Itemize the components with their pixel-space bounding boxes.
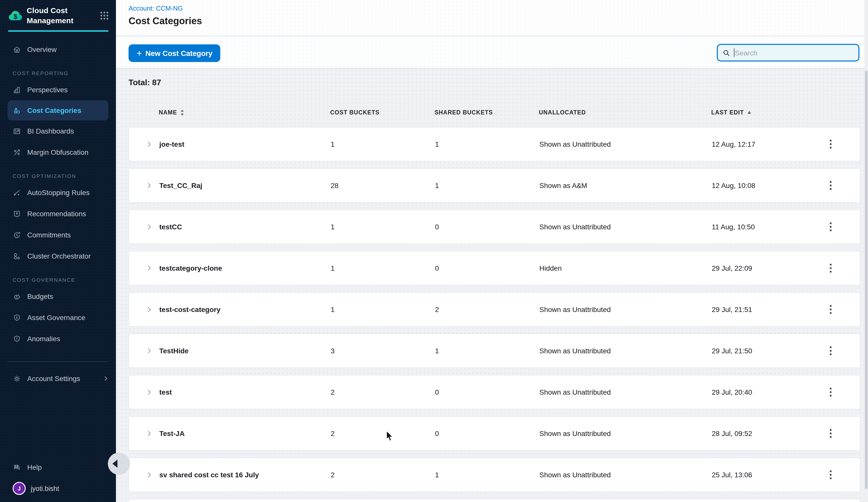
expand-chevron-icon[interactable] xyxy=(146,182,153,189)
percent-trend-icon xyxy=(13,148,21,157)
row-cost-buckets: 3 xyxy=(331,347,435,355)
sidebar-item-commitments[interactable]: Commitments xyxy=(0,224,116,245)
row-menu-kebab-icon[interactable] xyxy=(827,428,835,439)
expand-chevron-icon[interactable] xyxy=(146,430,153,437)
table-row[interactable]: testCC 1 0 Shown as Unattributed 11 Aug,… xyxy=(128,210,860,244)
row-shared-buckets: 0 xyxy=(435,429,539,438)
row-menu-kebab-icon[interactable] xyxy=(827,387,835,398)
section-label-cost-governance: COST GOVERNANCE xyxy=(0,266,116,286)
row-unallocated: Shown as Unattributed xyxy=(539,223,712,231)
sidebar-item-perspectives[interactable]: Perspectives xyxy=(0,79,116,100)
plus-icon: + xyxy=(137,49,142,58)
sort-ascending-icon[interactable] xyxy=(746,109,752,116)
row-last-edit: 29 Jul, 22:09 xyxy=(712,264,827,272)
main-area: Account: CCM-NG Cost Categories + New Co… xyxy=(116,0,868,502)
sidebar-item-autostopping-rules[interactable]: AutoStopping Rules xyxy=(0,182,116,203)
sidebar-nav: Overview COST REPORTING Perspectives Cos… xyxy=(0,32,116,502)
table-row[interactable]: Test_CC_Raj 28 1 Shown as A&M 12 Aug, 10… xyxy=(128,168,860,202)
expand-chevron-icon[interactable] xyxy=(146,265,153,272)
row-name: Test_CC_Raj xyxy=(159,181,331,189)
table-row[interactable]: test-cost-category 1 2 Shown as Unattrib… xyxy=(128,292,860,327)
sidebar-item-overview[interactable]: Overview xyxy=(0,39,116,60)
scrollbar-thumb[interactable] xyxy=(865,71,868,489)
row-last-edit: 29 Jul, 21:51 xyxy=(712,305,827,314)
expand-chevron-icon[interactable] xyxy=(146,306,153,313)
app-title: Cloud Cost Management xyxy=(27,6,73,25)
module-switcher-grid-icon[interactable] xyxy=(100,11,109,20)
dashboard-image-icon xyxy=(13,127,21,135)
expand-chevron-icon[interactable] xyxy=(146,223,153,230)
row-shared-buckets: 1 xyxy=(435,471,539,479)
sidebar-item-label: Account Settings xyxy=(27,375,80,383)
hexagons-gear-icon xyxy=(13,252,21,260)
svg-text:$: $ xyxy=(14,13,17,20)
sidebar-item-asset-governance[interactable]: $ Asset Governance xyxy=(0,307,116,328)
column-header-name[interactable]: NAME xyxy=(159,109,330,116)
table-row-partial[interactable] xyxy=(128,499,860,502)
expand-chevron-icon[interactable] xyxy=(146,347,153,354)
row-unallocated: Shown as A&M xyxy=(539,181,712,189)
row-cost-buckets: 2 xyxy=(331,471,435,479)
search-input[interactable] xyxy=(734,49,854,57)
row-menu-kebab-icon[interactable] xyxy=(827,263,835,274)
sidebar-item-account-settings[interactable]: Account Settings xyxy=(0,368,116,389)
ccm-cloud-logo-icon: $ xyxy=(8,8,25,23)
user-name: jyoti.bisht xyxy=(31,484,59,492)
table-row[interactable]: TestHide 3 1 Shown as Unattributed 29 Ju… xyxy=(128,334,860,368)
app-root: $ Cloud Cost Management Overview COST RE… xyxy=(0,0,868,502)
expand-chevron-icon[interactable] xyxy=(146,471,153,478)
row-name: test xyxy=(159,388,331,396)
sidebar-item-bi-dashboards[interactable]: BI Dashboards xyxy=(0,121,116,142)
row-last-edit: 29 Jul, 21:50 xyxy=(712,347,827,355)
row-menu-kebab-icon[interactable] xyxy=(827,180,835,191)
row-name: sv shared cost cc test 16 July xyxy=(159,471,331,479)
table-row[interactable]: test 2 0 Shown as Unattributed 29 Jul, 2… xyxy=(128,375,860,409)
vertical-scrollbar xyxy=(865,0,868,502)
table-row[interactable]: joe-test 1 1 Shown as Unattributed 12 Au… xyxy=(128,127,860,161)
row-unallocated: Shown as Unattributed xyxy=(539,388,712,396)
shield-dollar-icon: $ xyxy=(13,313,21,322)
row-last-edit: 28 Jul, 09:52 xyxy=(712,429,827,438)
row-shared-buckets: 2 xyxy=(435,305,539,314)
chevron-right-icon xyxy=(103,376,109,381)
row-menu-kebab-icon[interactable] xyxy=(827,139,835,150)
sidebar-item-margin-obfuscation[interactable]: Margin Obfuscation xyxy=(0,142,116,163)
new-cost-category-button-label: New Cost Category xyxy=(145,49,213,57)
sidebar-collapse-handle[interactable] xyxy=(108,453,130,475)
shapes-icon xyxy=(13,106,21,115)
row-menu-kebab-icon[interactable] xyxy=(827,469,835,480)
user-profile[interactable]: J jyoti.bisht xyxy=(0,478,116,499)
home-icon xyxy=(13,45,21,54)
piggy-bank-icon: $ xyxy=(13,292,21,301)
new-cost-category-button[interactable]: + New Cost Category xyxy=(128,44,220,62)
table-row[interactable]: testcategory-clone 1 0 Hidden 29 Jul, 22… xyxy=(128,251,860,285)
row-menu-kebab-icon[interactable] xyxy=(827,221,835,232)
row-menu-kebab-icon[interactable] xyxy=(827,304,835,315)
row-unallocated: Shown as Unattributed xyxy=(539,471,712,479)
column-header-last-edit[interactable]: LAST EDIT xyxy=(711,109,826,116)
module-accent-rule xyxy=(8,30,108,32)
column-header-cost-buckets: COST BUCKETS xyxy=(330,109,434,115)
sidebar-item-cluster-orchestrator[interactable]: Cluster Orchestrator xyxy=(0,245,116,266)
table-header: NAME COST BUCKETS SHARED BUCKETS UNALLOC… xyxy=(128,106,860,119)
table-row[interactable]: sv shared cost cc test 16 July 2 1 Shown… xyxy=(128,458,860,492)
sidebar-item-recommendations[interactable]: Recommendations xyxy=(0,203,116,224)
row-menu-kebab-icon[interactable] xyxy=(827,345,835,356)
table-row[interactable]: Test-JA 2 0 Shown as Unattributed 28 Jul… xyxy=(128,416,860,451)
sidebar-item-label: Anomalies xyxy=(27,335,60,343)
row-unallocated: Shown as Unattributed xyxy=(539,429,712,438)
sidebar-item-label: Help xyxy=(27,463,42,471)
row-last-edit: 11 Aug, 10:50 xyxy=(712,223,827,231)
sidebar-item-budgets[interactable]: $ Budgets xyxy=(0,286,116,307)
sort-both-icon[interactable] xyxy=(180,109,185,116)
breadcrumb-account-link[interactable]: Account: CCM-NG xyxy=(128,4,183,12)
sidebar-item-cost-categories[interactable]: Cost Categories xyxy=(8,100,108,121)
avatar: J xyxy=(13,482,26,495)
row-last-edit: 29 Jul, 20:40 xyxy=(712,388,827,396)
expand-chevron-icon[interactable] xyxy=(146,389,153,396)
title-bar: Account: CCM-NG Cost Categories xyxy=(116,0,868,36)
sidebar-item-help[interactable]: ? Help xyxy=(0,457,116,478)
row-cost-buckets: 1 xyxy=(331,264,435,272)
expand-chevron-icon[interactable] xyxy=(146,140,153,148)
sidebar-item-anomalies[interactable]: Anomalies xyxy=(0,328,116,349)
